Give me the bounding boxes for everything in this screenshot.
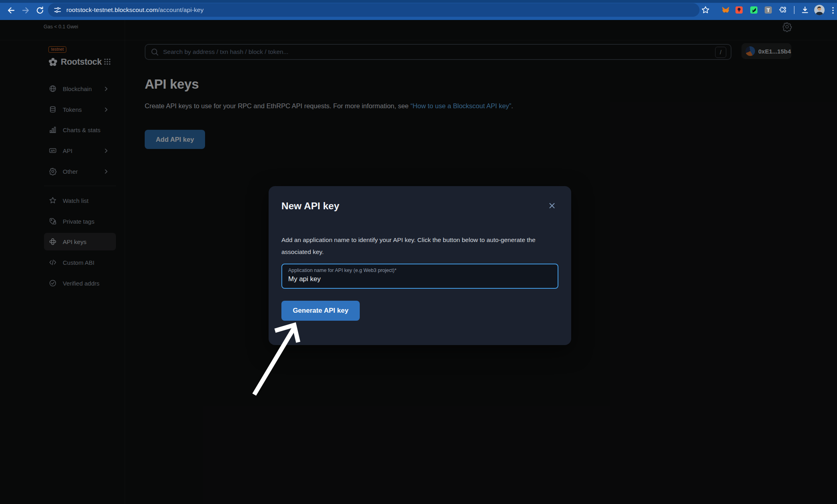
url-domain: rootstock-testnet.blockscout.com — [66, 6, 158, 13]
field-label: Application name for API key (e.g Web3 p… — [288, 268, 397, 273]
field-value: My api key — [288, 275, 321, 283]
forward-icon[interactable] — [21, 6, 30, 15]
modal-title: New API key — [281, 200, 339, 212]
toolbar-divider — [794, 6, 795, 14]
red-extension-icon[interactable] — [735, 6, 743, 14]
download-icon[interactable] — [800, 5, 810, 15]
address-bar[interactable]: rootstock-testnet.blockscout.com/account… — [48, 3, 699, 17]
green-extension-icon[interactable] — [750, 6, 757, 14]
t-extension-icon[interactable]: T — [765, 6, 772, 14]
modal-description: Add an application name to identify your… — [281, 234, 548, 258]
window-top-strip — [0, 0, 837, 3]
browser-toolbar: rootstock-testnet.blockscout.com/account… — [0, 0, 837, 20]
application-name-field[interactable]: Application name for API key (e.g Web3 p… — [281, 264, 558, 289]
reload-icon[interactable] — [35, 6, 45, 15]
metamask-extension-icon[interactable] — [721, 6, 730, 14]
extensions-puzzle-icon[interactable] — [779, 6, 787, 14]
browser-profile-avatar[interactable] — [814, 5, 825, 15]
bookmark-star-icon[interactable] — [701, 5, 710, 15]
new-api-key-modal: New API key Add an application name to i… — [269, 186, 571, 345]
browser-menu-icon[interactable] — [828, 6, 837, 15]
t-extension-letter: T — [767, 7, 770, 13]
site-info-icon[interactable] — [53, 6, 62, 14]
back-icon[interactable] — [6, 6, 16, 15]
generate-api-key-button[interactable]: Generate API key — [281, 301, 360, 321]
url-path: /account/api-key — [158, 6, 203, 13]
close-icon[interactable] — [548, 201, 556, 210]
url-text: rootstock-testnet.blockscout.com/account… — [66, 6, 203, 14]
